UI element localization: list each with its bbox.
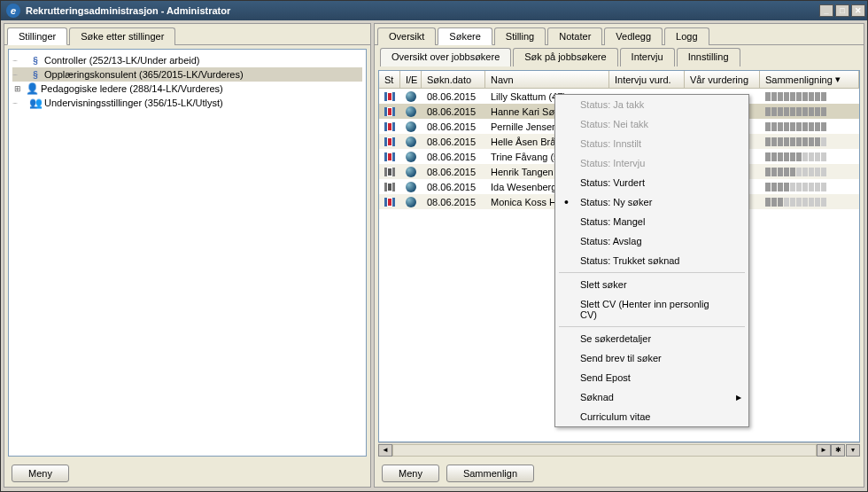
menu-label: Status: Ja takk — [580, 99, 644, 110]
tree-item[interactable]: ····§Controller (252/13-LK/Under arbeid) — [12, 53, 362, 67]
tree-item[interactable]: ····§Opplæringskonsulent (365/2015-LK/Vu… — [12, 67, 362, 82]
tree-label: Undervisningsstillinger (356/15-LK/Utlys… — [44, 98, 223, 108]
left-panel: StillingerSøke etter stillinger ····§Con… — [4, 23, 371, 488]
scroll-track[interactable] — [392, 444, 817, 457]
col-sam[interactable]: Sammenligning ▾ — [760, 71, 859, 88]
scroll-left-icon[interactable]: ◄ — [378, 444, 392, 457]
cell-sam — [760, 89, 859, 104]
tree-view[interactable]: ····§Controller (252/13-LK/Under arbeid)… — [8, 49, 367, 457]
menu-label: Slett CV (Henter inn personlig CV) — [580, 299, 727, 320]
globe-icon — [406, 91, 416, 102]
cell-date: 08.06.2015 — [422, 149, 485, 164]
table-header: St I/E Søkn.dato Navn Intervju vurd. Vår… — [379, 71, 859, 89]
person-icon: 👤 — [26, 82, 38, 95]
menu-label: Status: Vurdert — [580, 177, 645, 188]
tree-connector: ···· — [12, 71, 27, 79]
comparison-bars — [765, 107, 826, 116]
col-ie[interactable]: I/E — [400, 71, 422, 88]
menu-label: Send Epost — [580, 372, 631, 383]
globe-icon — [406, 152, 416, 162]
applicant-table: St I/E Søkn.dato Navn Intervju vurd. Vår… — [378, 70, 860, 442]
sub-tab[interactable]: Innstilling — [677, 48, 740, 66]
cell-sam — [760, 119, 859, 134]
context-menu[interactable]: Status: Ja takkStatus: Nei takkStatus: I… — [554, 94, 749, 427]
menu-item[interactable]: Se søkerdetaljer — [555, 329, 748, 348]
menu-item[interactable]: Slett søker — [555, 275, 748, 294]
menu-item[interactable]: Slett CV (Henter inn personlig CV) — [555, 294, 748, 324]
group-icon: 👥 — [29, 97, 42, 109]
menu-item[interactable]: •Status: Ny søker — [555, 192, 748, 212]
menu-label: Status: Avslag — [580, 236, 642, 246]
globe-icon — [406, 167, 416, 177]
maximize-button[interactable]: □ — [835, 4, 849, 17]
sub-tab[interactable]: Oversikt over jobbsøkere — [380, 48, 511, 66]
titlebar: e Rekrutteringsadministrasjon - Administ… — [1, 1, 867, 20]
cell-sam — [760, 164, 859, 179]
menu-item[interactable]: Curriculum vitae — [555, 407, 748, 426]
cell-date: 08.06.2015 — [422, 164, 485, 179]
tree-item[interactable]: ····👥Undervisningsstillinger (356/15-LK/… — [12, 96, 362, 110]
left-tab[interactable]: Søke etter stillinger — [69, 27, 175, 45]
left-tab[interactable]: Stillinger — [7, 27, 67, 45]
tree-connector: ···· — [12, 99, 27, 107]
globe-icon — [406, 121, 416, 132]
cell-date: 08.06.2015 — [422, 89, 485, 104]
col-vv[interactable]: Vår vurdering — [685, 71, 760, 88]
col-expand-icon[interactable]: ▾ — [846, 444, 860, 457]
scroll-right-icon[interactable]: ► — [817, 444, 831, 457]
right-tab[interactable]: Notater — [547, 27, 602, 45]
menu-label: Send brev til søker — [580, 353, 662, 363]
minimize-button[interactable]: _ — [819, 4, 833, 17]
globe-icon — [406, 137, 416, 147]
tree-toggle-icon[interactable]: ⊞ — [12, 84, 23, 93]
right-tabs: OversiktSøkereStillingNotaterVedleggLogg — [375, 24, 864, 45]
menu-item[interactable]: Søknad▶ — [555, 387, 748, 407]
meny-button-left[interactable]: Meny — [12, 465, 69, 482]
menu-item[interactable]: Send brev til søker — [555, 348, 748, 368]
left-tabs: StillingerSøke etter stillinger — [4, 24, 370, 45]
cell-date: 08.06.2015 — [422, 179, 485, 194]
menu-label: Status: Mangel — [580, 216, 645, 227]
menu-item[interactable]: Status: Avslag — [555, 231, 748, 251]
right-tab[interactable]: Vedlegg — [604, 27, 663, 45]
app-icon: e — [6, 4, 20, 18]
right-tab[interactable]: Oversikt — [377, 27, 436, 45]
menu-label: Status: Intervju — [580, 158, 645, 168]
right-panel: OversiktSøkereStillingNotaterVedleggLogg… — [374, 23, 864, 488]
tree-item[interactable]: ⊞👤Pedagogiske ledere (288/14-LK/Vurderes… — [12, 82, 362, 96]
comparison-bars — [765, 92, 826, 101]
globe-icon — [406, 182, 416, 192]
comparison-bars — [765, 122, 826, 131]
sammenlign-button[interactable]: Sammenlign — [446, 465, 534, 482]
menu-label: Status: Innstilt — [580, 138, 641, 149]
sub-tab[interactable]: Søk på jobbsøkere — [513, 48, 617, 66]
horizontal-scrollbar[interactable]: ◄ ► ✱ ▾ — [378, 442, 860, 457]
menu-item[interactable]: Status: Trukket søknad — [555, 251, 748, 270]
cell-sam — [760, 134, 859, 149]
cell-sam — [760, 149, 859, 164]
right-tab[interactable]: Søkere — [438, 27, 492, 45]
col-date[interactable]: Søkn.dato — [422, 71, 485, 88]
menu-separator — [559, 272, 745, 273]
col-name[interactable]: Navn — [485, 71, 609, 88]
cell-sam — [760, 194, 859, 209]
sub-tab[interactable]: Intervju — [620, 48, 675, 66]
bullet-icon: • — [564, 195, 569, 209]
col-iv[interactable]: Intervju vurd. — [609, 71, 685, 88]
flag-icon — [384, 137, 395, 146]
flag-icon — [384, 107, 395, 116]
col-config-icon[interactable]: ✱ — [831, 444, 845, 457]
menu-label: Status: Trukket søknad — [580, 255, 680, 266]
section-icon: § — [29, 68, 42, 81]
meny-button-right[interactable]: Meny — [382, 465, 439, 482]
cell-date: 08.06.2015 — [422, 119, 485, 134]
right-tab[interactable]: Logg — [664, 27, 709, 45]
flag-icon — [384, 168, 395, 176]
close-button[interactable]: ✕ — [851, 4, 865, 17]
menu-label: Status: Nei takk — [580, 119, 648, 129]
menu-item[interactable]: Status: Vurdert — [555, 173, 748, 192]
right-tab[interactable]: Stilling — [494, 27, 546, 45]
col-st[interactable]: St — [379, 71, 400, 88]
menu-item[interactable]: Status: Mangel — [555, 212, 748, 231]
menu-item[interactable]: Send Epost — [555, 368, 748, 387]
